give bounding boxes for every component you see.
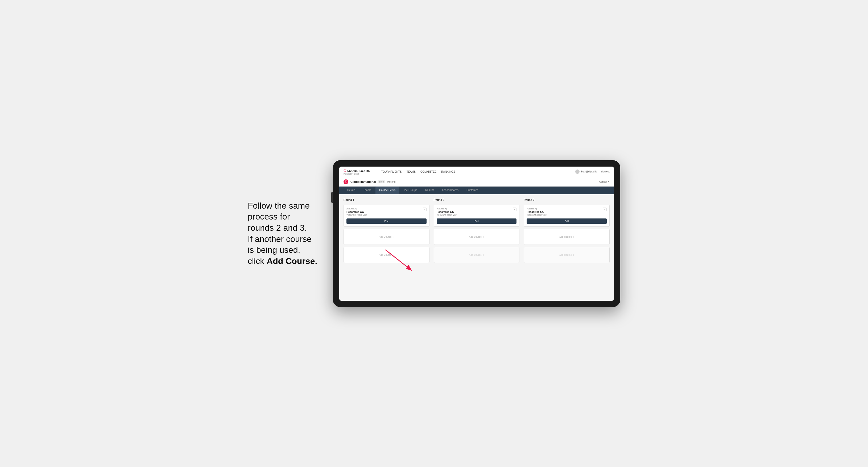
rounds-grid: Round 1 (Course A) Peachtree GC Yellow (… (344, 198, 610, 263)
tab-results[interactable]: Results (422, 187, 438, 194)
hosting-badge: Hosting (388, 180, 396, 183)
course-tag-3: (Course A) (527, 208, 603, 210)
tabs-bar: Details Teams Course Setup Tee Groups Re… (339, 187, 614, 194)
content-area: Round 1 (Course A) Peachtree GC Yellow (… (339, 194, 614, 301)
course-info: (Course A) Peachtree GC Yellow (M) (6629… (346, 208, 423, 218)
course-info-3: (Course A) Peachtree GC Yellow (M) (6629… (527, 208, 603, 218)
tournament-name: Clippd Invitational (350, 180, 376, 183)
brand-title: SCOREBOARD (347, 169, 370, 173)
instruction-line5: is being used, (248, 245, 300, 255)
tournament-logo: C (344, 179, 348, 184)
instruction-line1: Follow the same (248, 201, 310, 211)
course-remove-icon[interactable]: × (423, 208, 427, 211)
plus-icon-2: + (392, 253, 394, 256)
add-course-text-2: Add Course + (379, 253, 394, 256)
add-course-text: Add Course + (379, 235, 394, 239)
add-course-text-r2: Add Course + (469, 235, 484, 239)
round-3-add-course-2: Add Course + (524, 247, 610, 263)
top-nav: C SCOREBOARD Powered by clippd TOURNAMEN… (339, 166, 614, 177)
add-course-label-r3-2: Add Course (559, 254, 572, 256)
nav-separator: | (599, 170, 599, 173)
round-1-add-course-2[interactable]: Add Course + (344, 247, 430, 263)
instruction-text: Follow the same process for rounds 2 and… (248, 200, 322, 267)
instruction-line3: rounds 2 and 3. (248, 223, 307, 232)
plus-icon-r3-2: + (572, 253, 574, 256)
add-course-label-r3: Add Course (559, 236, 572, 238)
nav-teams[interactable]: TEAMS (407, 170, 416, 174)
course-detail: Yellow (M) (6629 yds) (346, 214, 423, 216)
round-3-course-card: (Course A) Peachtree GC Yellow (M) (6629… (524, 205, 610, 227)
course-name: Peachtree GC (346, 211, 423, 213)
course-name-3: Peachtree GC (527, 211, 603, 213)
round-1-course-card: (Course A) Peachtree GC Yellow (M) (6629… (344, 205, 430, 227)
tablet-frame: C SCOREBOARD Powered by clippd TOURNAMEN… (333, 160, 620, 307)
sub-header: C Clippd Invitational Men Hosting Cancel… (339, 177, 614, 187)
instruction-line4: If another course (248, 234, 312, 244)
course-card-header-2: (Course A) Peachtree GC Yellow (M) (6629… (437, 208, 517, 218)
instruction-line6-prefix: click (248, 256, 267, 266)
round-1-add-course-1[interactable]: Add Course + (344, 229, 430, 245)
tab-course-setup[interactable]: Course Setup (375, 187, 399, 194)
round-2-course-card: (Course A) Peachtree GC Yellow (M) (6629… (434, 205, 520, 227)
brand-sub: Powered by clippd (344, 173, 371, 175)
plus-icon-r2: + (483, 235, 484, 239)
plus-icon-r2-2: + (483, 253, 484, 256)
course-detail-2: Yellow (M) (6629 yds) (437, 214, 513, 216)
round-1-column: Round 1 (Course A) Peachtree GC Yellow (… (344, 198, 430, 263)
add-course-label: Add Course (379, 236, 392, 238)
cancel-button[interactable]: Cancel ✕ (599, 180, 610, 183)
nav-rankings[interactable]: RANKINGS (441, 170, 455, 174)
course-name-2: Peachtree GC (437, 211, 513, 213)
tournament-gender: Men (378, 180, 385, 183)
close-icon: ✕ (608, 180, 610, 183)
course-remove-icon-2[interactable]: × (513, 208, 517, 211)
add-course-label-r2: Add Course (469, 236, 482, 238)
brand-icon: C (344, 169, 346, 173)
nav-committee[interactable]: COMMITTEE (421, 170, 436, 174)
tablet-screen: C SCOREBOARD Powered by clippd TOURNAMEN… (339, 166, 614, 301)
sign-out-link[interactable]: Sign out (601, 170, 610, 173)
round-2-edit-button[interactable]: Edit (437, 218, 517, 224)
tab-details[interactable]: Details (344, 187, 359, 194)
tab-teams[interactable]: Teams (360, 187, 375, 194)
course-info-2: (Course A) Peachtree GC Yellow (M) (6629… (437, 208, 513, 218)
round-2-label: Round 2 (434, 198, 520, 201)
round-3-label: Round 3 (524, 198, 610, 201)
nav-tournaments[interactable]: TOURNAMENTS (381, 170, 402, 174)
plus-icon: + (392, 235, 394, 239)
add-course-text-r2-2: Add Course + (469, 253, 484, 256)
add-course-label-2: Add Course (379, 254, 392, 256)
page-wrapper: Follow the same process for rounds 2 and… (248, 160, 620, 307)
nav-right: blair@clippd.io | Sign out (575, 169, 610, 174)
add-course-text-r3: Add Course + (559, 235, 574, 239)
round-3-column: Round 3 (Course A) Peachtree GC Yellow (… (524, 198, 610, 263)
user-avatar (575, 169, 580, 174)
course-card-header: (Course A) Peachtree GC Yellow (M) (6629… (346, 208, 427, 218)
x-icon-2: × (514, 208, 516, 211)
round-1-label: Round 1 (344, 198, 430, 201)
tablet-side-button (331, 192, 333, 203)
course-remove-icon-3[interactable]: × (603, 208, 607, 211)
tab-tee-groups[interactable]: Tee Groups (400, 187, 421, 194)
plus-icon-r3: + (572, 235, 574, 239)
round-2-add-course-2: Add Course + (434, 247, 520, 263)
round-2-column: Round 2 (Course A) Peachtree GC Yellow (… (434, 198, 520, 263)
instruction-line2: process for (248, 212, 290, 221)
round-1-edit-button[interactable]: Edit (346, 218, 427, 224)
x-icon-3: × (604, 208, 606, 211)
nav-links: TOURNAMENTS TEAMS COMMITTEE RANKINGS (381, 170, 569, 174)
add-course-label-r2-2: Add Course (469, 254, 482, 256)
course-tag-2: (Course A) (437, 208, 513, 210)
round-2-add-course-1[interactable]: Add Course + (434, 229, 520, 245)
course-detail-3: Yellow (M) (6629 yds) (527, 214, 603, 216)
tab-leaderboards[interactable]: Leaderboards (438, 187, 462, 194)
add-course-text-r3-2: Add Course + (559, 253, 574, 256)
round-3-edit-button[interactable]: Edit (527, 218, 607, 224)
instruction-line6-bold: Add Course. (267, 256, 317, 266)
round-3-add-course-1[interactable]: Add Course + (524, 229, 610, 245)
course-tag: (Course A) (346, 208, 423, 210)
brand: C SCOREBOARD Powered by clippd (344, 169, 371, 175)
tournament-info: C Clippd Invitational Men Hosting (344, 179, 395, 184)
tab-printables[interactable]: Printables (463, 187, 482, 194)
logo-letter: C (345, 180, 347, 183)
